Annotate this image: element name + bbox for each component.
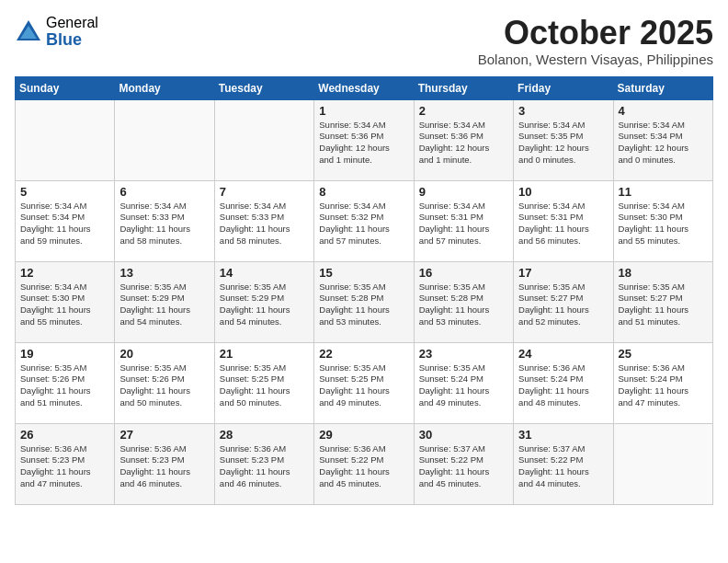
day-number: 31 [518,428,608,442]
cell-info: Sunrise: 5:35 AM Sunset: 5:26 PM Dayligh… [119,362,209,409]
day-number: 16 [419,266,508,280]
day-number: 2 [419,104,508,118]
day-number: 1 [319,104,408,118]
cell-info: Sunrise: 5:34 AM Sunset: 5:31 PM Dayligh… [518,201,608,247]
calendar-table: SundayMondayTuesdayWednesdayThursdayFrid… [15,76,713,505]
day-number: 3 [518,104,608,118]
day-number: 23 [419,347,508,361]
day-header-thursday: Thursday [414,76,513,99]
cell-info: Sunrise: 5:37 AM Sunset: 5:22 PM Dayligh… [419,443,508,490]
calendar-cell: 1Sunrise: 5:34 AM Sunset: 5:36 PM Daylig… [314,99,414,180]
calendar-cell: 21Sunrise: 5:35 AM Sunset: 5:25 PM Dayli… [214,342,313,423]
calendar-cell: 7Sunrise: 5:34 AM Sunset: 5:33 PM Daylig… [214,180,313,261]
calendar-week-2: 5Sunrise: 5:34 AM Sunset: 5:34 PM Daylig… [16,180,713,261]
calendar-cell: 27Sunrise: 5:36 AM Sunset: 5:23 PM Dayli… [115,423,214,504]
calendar-cell: 6Sunrise: 5:34 AM Sunset: 5:33 PM Daylig… [115,180,214,261]
cell-info: Sunrise: 5:35 AM Sunset: 5:25 PM Dayligh… [319,362,408,409]
day-number: 19 [20,347,109,361]
page-header: General Blue October 2025 Bolanon, Weste… [15,15,713,67]
day-header-monday: Monday [115,76,214,99]
cell-info: Sunrise: 5:36 AM Sunset: 5:24 PM Dayligh… [518,362,608,409]
calendar-cell: 30Sunrise: 5:37 AM Sunset: 5:22 PM Dayli… [414,423,513,504]
cell-info: Sunrise: 5:34 AM Sunset: 5:33 PM Dayligh… [119,201,209,247]
calendar-cell: 5Sunrise: 5:34 AM Sunset: 5:34 PM Daylig… [16,180,115,261]
logo: General Blue [15,15,98,49]
calendar-week-3: 12Sunrise: 5:34 AM Sunset: 5:30 PM Dayli… [16,261,713,342]
cell-info: Sunrise: 5:35 AM Sunset: 5:27 PM Dayligh… [518,282,608,328]
day-number: 21 [220,347,309,361]
calendar-header-row: SundayMondayTuesdayWednesdayThursdayFrid… [16,76,713,99]
cell-info: Sunrise: 5:36 AM Sunset: 5:23 PM Dayligh… [119,443,209,490]
calendar-cell: 31Sunrise: 5:37 AM Sunset: 5:22 PM Dayli… [514,423,613,504]
day-header-sunday: Sunday [16,76,115,99]
day-number: 13 [119,266,209,280]
calendar-body: 1Sunrise: 5:34 AM Sunset: 5:36 PM Daylig… [16,99,713,504]
cell-info: Sunrise: 5:36 AM Sunset: 5:22 PM Dayligh… [319,443,408,490]
day-number: 28 [220,428,309,442]
cell-info: Sunrise: 5:34 AM Sunset: 5:36 PM Dayligh… [319,120,408,167]
cell-info: Sunrise: 5:34 AM Sunset: 5:33 PM Dayligh… [220,201,309,247]
cell-info: Sunrise: 5:34 AM Sunset: 5:34 PM Dayligh… [619,120,708,167]
day-number: 9 [419,185,508,199]
day-header-wednesday: Wednesday [314,76,414,99]
cell-info: Sunrise: 5:35 AM Sunset: 5:28 PM Dayligh… [419,282,508,328]
calendar-cell: 4Sunrise: 5:34 AM Sunset: 5:34 PM Daylig… [613,99,712,180]
calendar-cell: 12Sunrise: 5:34 AM Sunset: 5:30 PM Dayli… [16,261,115,342]
calendar-cell: 11Sunrise: 5:34 AM Sunset: 5:30 PM Dayli… [613,180,712,261]
day-number: 24 [518,347,608,361]
day-number: 6 [119,185,209,199]
cell-info: Sunrise: 5:35 AM Sunset: 5:29 PM Dayligh… [220,282,309,328]
cell-info: Sunrise: 5:34 AM Sunset: 5:30 PM Dayligh… [619,201,708,247]
day-number: 11 [619,185,708,199]
day-header-tuesday: Tuesday [214,76,313,99]
day-number: 12 [20,266,109,280]
logo-icon [15,18,42,46]
calendar-cell [214,99,313,180]
cell-info: Sunrise: 5:35 AM Sunset: 5:28 PM Dayligh… [319,282,408,328]
calendar-cell: 16Sunrise: 5:35 AM Sunset: 5:28 PM Dayli… [414,261,513,342]
cell-info: Sunrise: 5:34 AM Sunset: 5:34 PM Dayligh… [20,201,109,247]
cell-info: Sunrise: 5:35 AM Sunset: 5:27 PM Dayligh… [619,282,708,328]
cell-info: Sunrise: 5:34 AM Sunset: 5:36 PM Dayligh… [419,120,508,167]
calendar-cell: 22Sunrise: 5:35 AM Sunset: 5:25 PM Dayli… [314,342,414,423]
cell-info: Sunrise: 5:35 AM Sunset: 5:26 PM Dayligh… [20,362,109,409]
calendar-cell: 29Sunrise: 5:36 AM Sunset: 5:22 PM Dayli… [314,423,414,504]
day-number: 4 [619,104,708,118]
calendar-cell: 28Sunrise: 5:36 AM Sunset: 5:23 PM Dayli… [214,423,313,504]
calendar-cell: 2Sunrise: 5:34 AM Sunset: 5:36 PM Daylig… [414,99,513,180]
day-number: 26 [20,428,109,442]
day-number: 20 [119,347,209,361]
logo-blue: Blue [46,31,98,50]
calendar-cell: 19Sunrise: 5:35 AM Sunset: 5:26 PM Dayli… [16,342,115,423]
day-number: 30 [419,428,508,442]
day-number: 17 [518,266,608,280]
calendar-week-1: 1Sunrise: 5:34 AM Sunset: 5:36 PM Daylig… [16,99,713,180]
calendar-cell: 24Sunrise: 5:36 AM Sunset: 5:24 PM Dayli… [514,342,613,423]
calendar-cell [613,423,712,504]
cell-info: Sunrise: 5:36 AM Sunset: 5:23 PM Dayligh… [20,443,109,490]
day-number: 29 [319,428,408,442]
calendar-cell [115,99,214,180]
calendar-cell: 18Sunrise: 5:35 AM Sunset: 5:27 PM Dayli… [613,261,712,342]
calendar-cell [16,99,115,180]
calendar-cell: 14Sunrise: 5:35 AM Sunset: 5:29 PM Dayli… [214,261,313,342]
day-header-saturday: Saturday [613,76,712,99]
calendar-cell: 9Sunrise: 5:34 AM Sunset: 5:31 PM Daylig… [414,180,513,261]
location-subtitle: Bolanon, Western Visayas, Philippines [478,52,713,67]
cell-info: Sunrise: 5:34 AM Sunset: 5:31 PM Dayligh… [419,201,508,247]
calendar-cell: 10Sunrise: 5:34 AM Sunset: 5:31 PM Dayli… [514,180,613,261]
month-title: October 2025 [478,15,713,52]
logo-general: General [46,15,98,31]
day-number: 25 [619,347,708,361]
cell-info: Sunrise: 5:37 AM Sunset: 5:22 PM Dayligh… [518,443,608,490]
calendar-cell: 15Sunrise: 5:35 AM Sunset: 5:28 PM Dayli… [314,261,414,342]
cell-info: Sunrise: 5:35 AM Sunset: 5:29 PM Dayligh… [119,282,209,328]
cell-info: Sunrise: 5:36 AM Sunset: 5:23 PM Dayligh… [220,443,309,490]
day-number: 14 [220,266,309,280]
calendar-cell: 23Sunrise: 5:35 AM Sunset: 5:24 PM Dayli… [414,342,513,423]
cell-info: Sunrise: 5:34 AM Sunset: 5:35 PM Dayligh… [518,120,608,167]
cell-info: Sunrise: 5:35 AM Sunset: 5:24 PM Dayligh… [419,362,508,409]
day-number: 5 [20,185,109,199]
cell-info: Sunrise: 5:34 AM Sunset: 5:30 PM Dayligh… [20,282,109,328]
calendar-cell: 25Sunrise: 5:36 AM Sunset: 5:24 PM Dayli… [613,342,712,423]
